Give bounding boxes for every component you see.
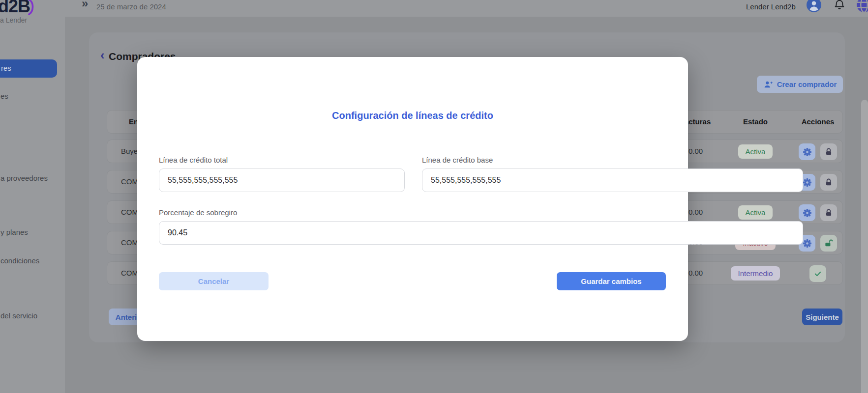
gear-icon xyxy=(803,239,812,248)
field-label-base: Línea de crédito base xyxy=(422,156,493,164)
row-invoices: 0.00 xyxy=(688,269,703,277)
settings-button[interactable] xyxy=(799,143,815,160)
row-invoices: 0.00 xyxy=(688,147,703,155)
overdraft-percentage-input[interactable] xyxy=(159,221,803,245)
credit-line-total-input[interactable] xyxy=(159,168,405,192)
lock-icon xyxy=(824,147,833,156)
sidebar: d2B a Lender res es a proveedores y plan… xyxy=(0,0,65,393)
person-plus-icon xyxy=(763,80,773,89)
sidebar-item-active[interactable]: res xyxy=(0,59,57,78)
app-root: d2B a Lender res es a proveedores y plan… xyxy=(0,0,868,393)
status-badge: Intermedio xyxy=(731,266,780,281)
logo-flourish-icon xyxy=(28,0,35,16)
status-badge: Activa xyxy=(738,144,773,159)
unlock-icon xyxy=(824,239,833,248)
gear-icon xyxy=(803,208,812,218)
create-buyer-label: Crear comprador xyxy=(777,80,837,88)
approved-button[interactable] xyxy=(809,265,826,282)
field-label-total: Línea de crédito total xyxy=(159,156,228,164)
top-bar: » 25 de marzo de 2024 Lender Lend2b xyxy=(65,0,868,17)
sidebar-item[interactable]: a proveedores xyxy=(0,174,48,182)
credit-lines-modal: Configuración de líneas de crédito Línea… xyxy=(137,57,688,341)
pagination-next-button[interactable]: Siguiente xyxy=(802,309,842,325)
sidebar-item[interactable]: del servicio xyxy=(0,311,37,320)
gear-icon xyxy=(803,147,812,157)
sidebar-item-active-label: res xyxy=(1,64,11,72)
scrollbar[interactable] xyxy=(861,100,868,393)
status-badge: Activa xyxy=(738,205,773,220)
header-date: 25 de marzo de 2024 xyxy=(96,2,166,11)
settings-button[interactable] xyxy=(799,204,815,221)
field-label-overdraft: Porcentaje de sobregiro xyxy=(159,208,237,217)
gear-icon xyxy=(803,178,812,187)
avatar[interactable] xyxy=(807,0,821,12)
col-status: Estado xyxy=(721,117,790,126)
bell-icon[interactable] xyxy=(833,0,846,11)
save-changes-button[interactable]: Guardar cambios xyxy=(557,272,666,290)
back-chevron-icon[interactable]: ‹ xyxy=(100,50,105,60)
lock-button[interactable] xyxy=(820,204,837,221)
lock-icon xyxy=(824,208,833,217)
row-invoices: 0.00 xyxy=(688,208,703,216)
lock-button[interactable] xyxy=(820,143,837,160)
logo-text: d2B xyxy=(0,0,30,17)
globe-icon[interactable] xyxy=(855,0,868,14)
lock-button[interactable] xyxy=(820,174,837,191)
check-icon xyxy=(813,269,822,278)
unlock-button[interactable] xyxy=(820,235,837,252)
col-actions: Acciones xyxy=(791,117,845,126)
cancel-button[interactable]: Cancelar xyxy=(159,272,269,290)
header-user-name: Lender Lend2b xyxy=(746,2,796,11)
logo-subtitle: a Lender xyxy=(0,16,27,24)
credit-line-base-input[interactable] xyxy=(422,168,803,192)
lock-icon xyxy=(824,178,833,187)
sidebar-item[interactable]: y planes xyxy=(0,228,28,236)
sidebar-item[interactable]: es xyxy=(0,92,8,100)
sidebar-expand-icon[interactable]: » xyxy=(82,0,88,10)
modal-title: Configuración de líneas de crédito xyxy=(137,110,688,121)
sidebar-item[interactable]: condiciones xyxy=(0,256,39,265)
create-buyer-button[interactable]: Crear comprador xyxy=(757,76,843,93)
